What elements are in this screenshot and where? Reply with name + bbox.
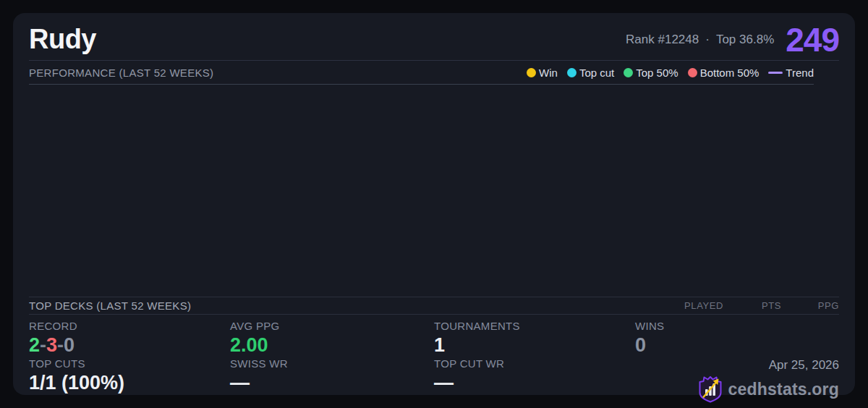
card-footer: Apr 25, 2026 cedhstats.org (635, 357, 839, 395)
column-ppg: PPG (781, 300, 839, 311)
performance-title: PERFORMANCE (LAST 52 WEEKS) (29, 67, 213, 79)
legend-label: Top cut (579, 67, 614, 79)
stat-avg-ppg: AVG PPG 2.00 (230, 320, 434, 357)
legend-item-trend[interactable]: Trend (768, 67, 814, 79)
legend-item-top-cut[interactable]: Top cut (567, 67, 614, 79)
performance-chart-empty (29, 85, 839, 297)
points-total: 249 (786, 23, 839, 56)
column-pts: PTS (723, 300, 781, 311)
wins-value: 0 (635, 335, 839, 355)
record-draws: 0 (64, 334, 75, 356)
top-decks-title: TOP DECKS (LAST 52 WEEKS) (29, 299, 191, 312)
stat-label: RECORD (29, 320, 230, 332)
card-header: Rudy Rank #12248 · Top 36.8% 249 (29, 13, 839, 61)
stat-top-cuts: TOP CUTS 1/1 (100%) (29, 357, 230, 395)
tournaments-value: 1 (434, 335, 635, 355)
stat-wins: WINS 0 (635, 320, 839, 357)
stat-label: SWISS WR (230, 357, 434, 370)
top-decks-columns: PLAYED PTS PPG (665, 300, 839, 311)
player-name: Rudy (29, 24, 96, 55)
rank-label: Rank #12248 (626, 33, 699, 47)
site-brand[interactable]: cedhstats.org (698, 375, 839, 403)
rank-separator: · (705, 33, 710, 47)
performance-header: PERFORMANCE (LAST 52 WEEKS) Win Top cut … (29, 61, 814, 85)
avg-ppg-value: 2.00 (230, 335, 434, 355)
bottom-50-dot-icon (688, 68, 697, 77)
player-stats-card: Rudy Rank #12248 · Top 36.8% 249 PERFORM… (13, 13, 855, 395)
record-wins: 2 (29, 334, 40, 356)
top-50-dot-icon (624, 68, 633, 77)
column-played: PLAYED (665, 300, 723, 311)
top-cuts-value: 1/1 (100%) (29, 373, 230, 393)
record-separator: - (57, 334, 64, 356)
stat-record: RECORD 2-3-0 (29, 320, 230, 357)
legend-item-win[interactable]: Win (527, 67, 558, 79)
stat-label: WINS (635, 320, 839, 332)
top-decks-header: TOP DECKS (LAST 52 WEEKS) PLAYED PTS PPG (29, 297, 839, 315)
stat-label: TOP CUTS (29, 357, 230, 370)
record-value: 2-3-0 (29, 335, 230, 355)
rank-line: Rank #12248 · Top 36.8% (626, 33, 774, 47)
trend-line-icon (768, 72, 783, 74)
site-name: cedhstats.org (728, 380, 839, 399)
stat-label: AVG PPG (230, 320, 434, 332)
percentile-label: Top 36.8% (716, 33, 774, 47)
legend-item-top-50[interactable]: Top 50% (624, 67, 678, 79)
cedhstats-shield-logo-icon (698, 375, 723, 403)
legend-label: Bottom 50% (700, 67, 760, 79)
rank-summary: Rank #12248 · Top 36.8% 249 (626, 23, 839, 56)
stat-tournaments: TOURNAMENTS 1 (434, 320, 635, 357)
stat-swiss-wr: SWISS WR — (230, 357, 434, 395)
generated-date: Apr 25, 2026 (769, 358, 839, 373)
top-cut-wr-value: — (434, 373, 635, 393)
legend-item-bottom-50[interactable]: Bottom 50% (688, 67, 760, 79)
swiss-wr-value: — (230, 373, 434, 393)
stat-top-cut-wr: TOP CUT WR — (434, 357, 635, 395)
record-separator: - (40, 334, 46, 356)
top-cut-dot-icon (567, 68, 576, 77)
chart-legend: Win Top cut Top 50% Bottom 50% Trend (527, 67, 814, 79)
stat-label: TOURNAMENTS (434, 320, 635, 332)
legend-label: Win (539, 67, 558, 79)
legend-label: Top 50% (636, 67, 678, 79)
stats-grid: RECORD 2-3-0 AVG PPG 2.00 TOURNAMENTS 1 … (29, 315, 839, 395)
win-dot-icon (527, 68, 536, 77)
stat-label: TOP CUT WR (434, 357, 635, 370)
legend-label: Trend (786, 67, 814, 79)
record-losses: 3 (46, 334, 57, 356)
